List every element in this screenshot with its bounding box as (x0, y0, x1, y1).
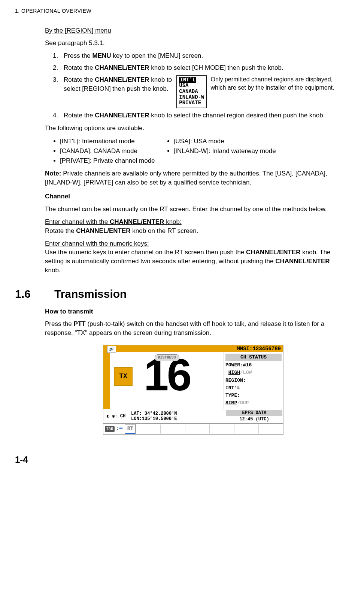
options-list: [INT'L]: International mode [CANADA]: CA… (52, 136, 342, 166)
step-1: Press the MENU key to open the [MENU] sc… (60, 51, 342, 60)
tab-key-icon: TAB (105, 426, 115, 432)
step-3: Rotate the CHANNEL/ENTER knob to select … (60, 75, 342, 108)
channel-method-2: Enter channel with the numeric keys: Use… (45, 239, 342, 275)
channel-method-1: Enter channel with the CHANNEL/ENTER kno… (45, 218, 342, 236)
rt-screen-figure: 🔊 MMSI:123456789 DISTRESS TX 16 CH STATU… (103, 345, 283, 435)
see-ref: See paragraph 5.3.1. (45, 39, 342, 48)
rt-tab: RT (125, 424, 136, 434)
channel-heading: Channel (45, 192, 342, 201)
channel-intro: The channel can be set manually on the R… (45, 205, 342, 214)
page-number: 1-4 (15, 453, 349, 466)
step-2: Rotate the CHANNEL/ENTER knob to select … (60, 63, 342, 72)
note: Note: Private channels are available onl… (45, 169, 342, 187)
tx-indicator: TX (114, 367, 133, 386)
region-steps: Press the MENU key to open the [MENU] sc… (45, 51, 342, 120)
options-intro: The following options are available. (45, 124, 342, 133)
region-popup: INT'L USA CANADA INLAND-W PRIVATE (176, 75, 207, 108)
page-header: 1. OPERATIONAL OVERVIEW (15, 8, 349, 15)
how-to-transmit-heading: How to transmit (45, 307, 342, 316)
transmit-para: Press the PTT (push-to-talk) switch on t… (45, 320, 342, 338)
region-popup-caption: Only permitted channel regions are displ… (210, 75, 342, 92)
knob-icon: ◐ ◉: CH (103, 412, 129, 421)
region-menu-heading: By the [REGION] menu (45, 26, 342, 35)
step-4: Rotate the CHANNEL/ENTER knob to select … (60, 111, 342, 120)
section-1-6: 1.6 Transmission (15, 286, 342, 302)
distress-badge: DISTRESS (154, 354, 179, 361)
arrow-right-icon: ➡ (119, 424, 123, 434)
ch-status-panel: CH STATUS POWER:#16 HIGH/LOW REGION: INT… (224, 352, 283, 409)
